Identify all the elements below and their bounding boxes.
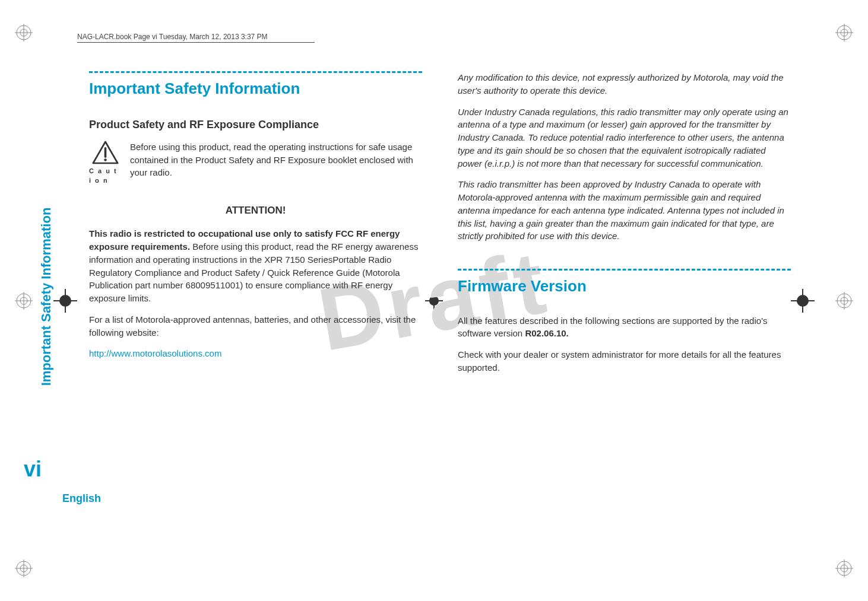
- accessories-paragraph: For a list of Motorola-approved antennas…: [89, 313, 422, 339]
- approval-paragraph: This radio transmitter has been approved…: [458, 178, 791, 243]
- attention-heading: ATTENTION!: [89, 203, 422, 218]
- right-column: Any modification to this device, not exp…: [458, 71, 791, 383]
- modification-paragraph: Any modification to this device, not exp…: [458, 71, 791, 97]
- crop-mark-icon: [53, 289, 77, 313]
- left-column: Important Safety Information Product Saf…: [89, 71, 422, 383]
- crop-mark-icon: [791, 289, 815, 313]
- page-content: Important Safety Information Product Saf…: [89, 71, 791, 383]
- registration-mark-icon: [15, 559, 33, 577]
- restricted-paragraph: This radio is restricted to occupational…: [89, 227, 422, 305]
- heading-important-safety: Important Safety Information: [89, 78, 422, 100]
- section-rule: [89, 71, 422, 73]
- running-head-text: NAG-LACR.book Page vi Tuesday, March 12,…: [77, 33, 268, 41]
- registration-mark-icon: [835, 559, 853, 577]
- caution-label: C a u t i o n: [89, 167, 122, 186]
- svg-point-35: [104, 158, 107, 161]
- page-number: vi: [24, 457, 42, 482]
- motorola-link[interactable]: http://www.motorolasolutions.com: [89, 347, 422, 360]
- running-head: NAG-LACR.book Page vi Tuesday, March 12,…: [77, 33, 315, 43]
- registration-mark-icon: [835, 292, 853, 310]
- spacer: [458, 251, 791, 269]
- heading-firmware-version: Firmware Version: [458, 275, 791, 298]
- caution-block: C a u t i o n Before using this product,…: [89, 141, 422, 186]
- firmware-para-pre: All the features described in the follow…: [458, 316, 768, 339]
- caution-icon: C a u t i o n: [89, 141, 122, 186]
- registration-mark-icon: [15, 292, 33, 310]
- registration-mark-icon: [15, 24, 33, 42]
- firmware-version-value: R02.06.10.: [525, 328, 568, 338]
- sidebar-section-label: Important Safety Information: [39, 208, 54, 386]
- caution-text: Before using this product, read the oper…: [130, 141, 422, 186]
- language-label: English: [62, 492, 101, 505]
- industry-canada-paragraph: Under Industry Canada regulations, this …: [458, 106, 791, 170]
- dealer-paragraph: Check with your dealer or system adminis…: [458, 348, 791, 374]
- registration-mark-icon: [835, 24, 853, 42]
- heading-product-safety: Product Safety and RF Exposure Complianc…: [89, 117, 422, 132]
- firmware-paragraph: All the features described in the follow…: [458, 314, 791, 341]
- section-rule: [458, 269, 791, 271]
- running-head-rule: [77, 42, 315, 43]
